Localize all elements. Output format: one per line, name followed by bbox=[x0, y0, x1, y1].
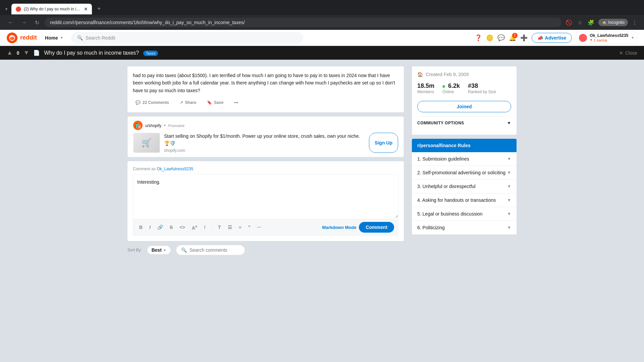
header-actions: ❓ 🪙 💬 🔔 2 ➕ 📣 Advertise Ok_Lawfulness523… bbox=[475, 32, 637, 44]
ad-avatar: 🛍️ bbox=[133, 121, 143, 130]
comment-submit-button[interactable]: Comment bbox=[359, 222, 394, 233]
browser-toolbar: ← → ↻ 🚫 ☆ 🧩 🕵️ Incognito ⋮ bbox=[0, 15, 644, 30]
chat-icon[interactable]: 💬 bbox=[497, 34, 505, 42]
blockquote-button[interactable]: " bbox=[246, 223, 253, 231]
ad-username: u/shopify bbox=[145, 123, 161, 128]
karma-icon: ✦ bbox=[590, 38, 593, 42]
rule-item-3[interactable]: 3. Unhelpful or disrespectful ▼ bbox=[412, 180, 517, 193]
stats-row: 18.5m Members 6.2k Online #38 Ranked by … bbox=[417, 82, 511, 94]
community-options-toggle[interactable]: COMMUNITY OPTIONS ▼ bbox=[417, 116, 511, 129]
browser-window: ▾ 🔴 (2) Why do I pay so much in inc... ✕… bbox=[0, 0, 644, 30]
post-tag[interactable]: Taxes bbox=[143, 51, 158, 56]
rule-item-5[interactable]: 5. Legal or business discussion ▼ bbox=[412, 207, 517, 221]
sort-value: Best bbox=[152, 247, 162, 253]
online-count-value: 6.2k bbox=[448, 82, 460, 89]
search-comments-bar[interactable]: 🔍 bbox=[176, 245, 245, 255]
refresh-button[interactable]: ↻ bbox=[32, 18, 42, 27]
advertise-button[interactable]: 📣 Advertise bbox=[532, 33, 572, 43]
tab-favicon: 🔴 bbox=[15, 6, 21, 12]
rank-label: Ranked by Size bbox=[468, 89, 496, 94]
username: Ok_Lawfulness5235 bbox=[590, 33, 628, 38]
close-icon: ✕ bbox=[619, 50, 623, 56]
numbered-list-button[interactable]: ≡ bbox=[237, 223, 244, 231]
share-icon: ↗ bbox=[180, 100, 183, 105]
members-count: 18.5m bbox=[417, 82, 434, 89]
bulleted-list-button[interactable]: ☰ bbox=[226, 223, 234, 231]
main-content: had to pay into taxes (about $1500). I a… bbox=[121, 60, 523, 266]
superscript-button[interactable]: Ax bbox=[190, 223, 200, 232]
forward-button[interactable]: → bbox=[19, 18, 30, 27]
online-indicator bbox=[442, 85, 445, 88]
user-karma: ✦ 1 karma bbox=[590, 38, 628, 42]
comments-icon: 💬 bbox=[136, 100, 141, 105]
comments-button[interactable]: 💬 22 Comments bbox=[133, 98, 172, 107]
code-inline-button[interactable]: <> bbox=[177, 223, 187, 231]
share-label: Share bbox=[185, 100, 196, 105]
search-bar[interactable]: 🔍 Search Reddit bbox=[71, 32, 303, 44]
user-menu-arrow: ▼ bbox=[631, 36, 634, 40]
ad-description: Start selling on Shopify for $1/month. P… bbox=[164, 133, 365, 147]
incognito-icon: 🕵️ bbox=[602, 20, 607, 25]
home-dropdown[interactable]: Home ▼ bbox=[42, 33, 66, 43]
rule-3-chevron: ▼ bbox=[507, 184, 511, 189]
close-post-button[interactable]: ✕ Close bbox=[619, 50, 637, 56]
back-button[interactable]: ← bbox=[5, 18, 16, 27]
bold-button[interactable]: B bbox=[137, 223, 145, 231]
editor-toolbar: B I 🔗 S <> Ax ! T ☰ ≡ bbox=[133, 219, 398, 235]
tab-group-dropdown[interactable]: ▾ bbox=[3, 5, 10, 13]
plus-icon[interactable]: ➕ bbox=[520, 34, 528, 42]
rules-header: r/personalfinance Rules bbox=[412, 139, 517, 152]
new-tab-button[interactable]: + bbox=[93, 3, 105, 15]
rule-item-1[interactable]: 1. Submission guidelines ▼ bbox=[412, 152, 517, 166]
downvote-button[interactable]: ▼ bbox=[23, 49, 30, 56]
menu-icon[interactable]: ⋮ bbox=[631, 18, 639, 27]
comment-editor: Interesting. B I 🔗 S <> Ax ! T ☰ bbox=[133, 174, 398, 236]
ad-content: 🛒 Start selling on Shopify for $1/month.… bbox=[133, 133, 398, 153]
bookmark-star-icon[interactable]: ☆ bbox=[576, 18, 584, 27]
strikethrough-button[interactable]: S bbox=[168, 223, 175, 231]
more-options-button[interactable]: ••• bbox=[231, 98, 241, 107]
notification-badge: 2 bbox=[512, 33, 518, 38]
user-menu[interactable]: Ok_Lawfulness5235 ✦ 1 karma ▼ bbox=[576, 32, 637, 44]
members-stat: 18.5m Members bbox=[417, 82, 434, 94]
comment-textarea[interactable]: Interesting. bbox=[133, 174, 398, 218]
link-button[interactable]: 🔗 bbox=[155, 223, 165, 231]
comment-username-link[interactable]: Ok_Lawfulness5235 bbox=[157, 167, 193, 171]
rule-item-6[interactable]: 6. Politicizing ▼ bbox=[412, 221, 517, 235]
save-button[interactable]: 🔖 Save bbox=[204, 98, 226, 107]
extension-icon[interactable]: 🧩 bbox=[586, 18, 596, 27]
reddit-header: reddit Home ▼ 🔍 Search Reddit ❓ 🪙 💬 🔔 2 … bbox=[0, 30, 644, 46]
rule-item-4[interactable]: 4. Asking for handouts or transactions ▼ bbox=[412, 193, 517, 207]
ad-thumbnail: 🛒 bbox=[133, 133, 160, 153]
post-title: Why do I pay so much in income taxes? Ta… bbox=[44, 50, 615, 56]
coins-icon[interactable]: 🪙 bbox=[486, 34, 493, 42]
sort-dropdown[interactable]: Best ▼ bbox=[147, 246, 171, 254]
upvote-button[interactable]: ▲ bbox=[7, 49, 13, 56]
tab-close-button[interactable]: ✕ bbox=[84, 6, 88, 12]
rule-4-label: 4. Asking for handouts or transactions bbox=[417, 197, 496, 203]
share-button[interactable]: ↗ Share bbox=[177, 98, 199, 107]
online-stat: 6.2k Online bbox=[442, 82, 460, 94]
post-text-icon: 📄 bbox=[33, 50, 40, 56]
sort-arrow: ▼ bbox=[163, 248, 166, 252]
active-tab[interactable]: 🔴 (2) Why do I pay so much in inc... ✕ bbox=[11, 4, 92, 14]
joined-button[interactable]: Joined bbox=[417, 101, 511, 112]
address-bar[interactable] bbox=[45, 18, 561, 27]
ad-text: Start selling on Shopify for $1/month. P… bbox=[164, 133, 365, 153]
online-count: 6.2k bbox=[442, 82, 460, 89]
no-camera-icon: 🚫 bbox=[564, 18, 574, 27]
reddit-logo[interactable]: reddit bbox=[7, 33, 37, 43]
more-options-toolbar-button[interactable]: ··· bbox=[255, 223, 263, 231]
markdown-mode-button[interactable]: Markdown Mode bbox=[322, 225, 357, 230]
search-comments-input[interactable] bbox=[190, 247, 240, 253]
heading-button[interactable]: T bbox=[216, 223, 223, 231]
reddit-wordmark: reddit bbox=[20, 34, 37, 41]
rule-item-2[interactable]: 2. Self-promotional advertising or solic… bbox=[412, 166, 517, 180]
spoiler-button[interactable]: ! bbox=[202, 223, 208, 231]
notifications-button[interactable]: 🔔 2 bbox=[509, 34, 516, 42]
ad-signup-button[interactable]: Sign Up bbox=[369, 133, 398, 153]
help-icon[interactable]: ❓ bbox=[475, 34, 482, 42]
italic-button[interactable]: I bbox=[147, 223, 153, 231]
post-section: had to pay into taxes (about $1500). I a… bbox=[127, 66, 404, 259]
incognito-label: Incognito bbox=[608, 20, 625, 25]
